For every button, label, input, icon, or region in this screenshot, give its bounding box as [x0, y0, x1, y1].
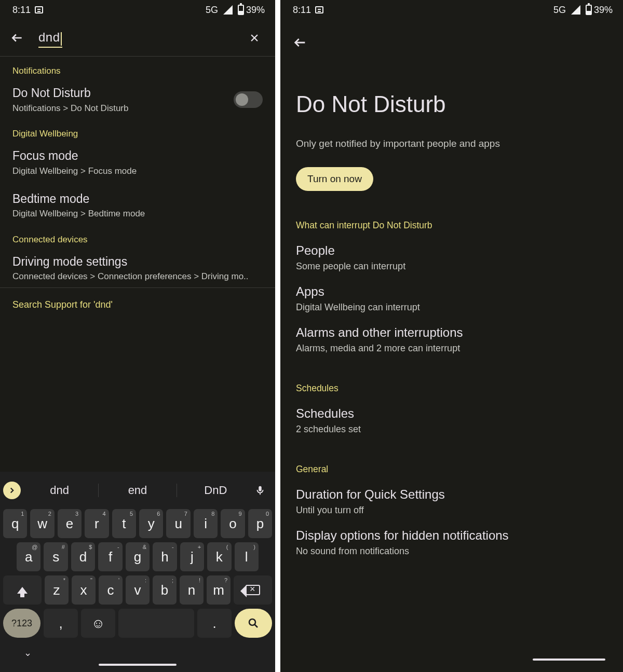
status-bar: 8:11 5G 39% — [280, 0, 623, 20]
key-h[interactable]: h- — [153, 542, 177, 571]
suggestion-3[interactable]: DnD — [177, 484, 254, 497]
key-c[interactable]: c' — [99, 575, 123, 605]
key-r[interactable]: r4 — [85, 509, 109, 538]
status-bar: 8:11 5G 39% — [0, 0, 275, 20]
message-icon — [35, 6, 43, 13]
status-time: 8:11 — [293, 5, 311, 16]
back-button[interactable] — [280, 20, 623, 55]
result-do-not-disturb[interactable]: Do Not Disturb Notifications > Do Not Di… — [0, 76, 275, 119]
key-a[interactable]: a@ — [17, 542, 40, 571]
result-bedtime-mode[interactable]: Bedtime mode Digital Wellbeing > Bedtime… — [0, 182, 275, 225]
item-apps[interactable]: Apps Digital Wellbeing can interrupt — [280, 272, 623, 313]
search-value: dnd — [38, 30, 60, 44]
item-sub: Alarms, media and 2 more can interrupt — [296, 343, 607, 354]
item-alarms[interactable]: Alarms and other interruptions Alarms, m… — [280, 313, 623, 354]
item-title: Apps — [296, 284, 607, 299]
space-key[interactable] — [118, 609, 194, 638]
key-z[interactable]: z* — [45, 575, 69, 605]
dnd-content: Do Not Disturb Only get notified by impo… — [280, 55, 623, 672]
search-settings-screen: 8:11 5G 39% dnd × Notifications Do Not D… — [0, 0, 275, 672]
suggestion-1[interactable]: dnd — [21, 484, 98, 497]
clear-search-button[interactable]: × — [244, 29, 265, 47]
shift-key[interactable] — [3, 575, 42, 605]
result-path: Digital Wellbeing > Focus mode — [12, 166, 263, 177]
key-o[interactable]: o9 — [221, 509, 245, 538]
key-y[interactable]: y6 — [139, 509, 163, 538]
item-sub: Until you turn off — [296, 505, 607, 516]
home-indicator[interactable] — [99, 664, 177, 666]
key-g[interactable]: g& — [126, 542, 150, 571]
item-hidden-notifications[interactable]: Display options for hidden notifications… — [280, 516, 623, 572]
item-title: People — [296, 243, 607, 258]
section-general: General — [280, 435, 623, 475]
key-n[interactable]: n! — [180, 575, 204, 605]
keyboard-row-2: a@s#d$f-g&h-j+k(l) — [0, 538, 275, 571]
search-results: Notifications Do Not Disturb Notificatio… — [0, 57, 275, 472]
collapse-keyboard-icon[interactable]: ⌄ — [24, 647, 32, 659]
key-l[interactable]: l) — [235, 542, 259, 571]
period-key[interactable]: . — [197, 609, 232, 638]
keyboard-row-1: q1w2e3r4t5y6u7i8o9p0 — [0, 505, 275, 538]
key-d[interactable]: d$ — [71, 542, 95, 571]
item-schedules[interactable]: Schedules 2 schedules set — [280, 394, 623, 435]
key-i[interactable]: i8 — [194, 509, 218, 538]
result-title: Focus mode — [12, 148, 263, 163]
key-p[interactable]: p0 — [248, 509, 272, 538]
key-f[interactable]: f- — [98, 542, 122, 571]
key-e[interactable]: e3 — [58, 509, 82, 538]
battery-icon — [586, 5, 592, 15]
key-k[interactable]: k( — [207, 542, 231, 571]
key-q[interactable]: q1 — [3, 509, 27, 538]
section-digital-wellbeing: Digital Wellbeing — [0, 119, 275, 139]
dnd-settings-screen: 8:11 5G 39% Do Not Disturb Only get noti… — [280, 0, 623, 672]
key-j[interactable]: j+ — [180, 542, 204, 571]
message-icon — [315, 6, 323, 13]
item-title: Duration for Quick Settings — [296, 487, 607, 502]
key-s[interactable]: s# — [44, 542, 67, 571]
key-w[interactable]: w2 — [30, 509, 54, 538]
key-m[interactable]: m? — [207, 575, 231, 605]
page-subtitle: Only get notified by important people an… — [280, 117, 623, 149]
suggestion-2[interactable]: end — [98, 484, 176, 497]
symbols-key[interactable]: ?123 — [3, 609, 40, 638]
key-x[interactable]: x" — [72, 575, 96, 605]
result-path: Notifications > Do Not Disturb — [12, 103, 128, 114]
key-b[interactable]: b; — [153, 575, 177, 605]
on-screen-keyboard: dnd end DnD q1w2e3r4t5y6u7i8o9p0 a@s#d$f… — [0, 472, 275, 672]
status-time: 8:11 — [12, 5, 31, 16]
home-indicator[interactable] — [533, 659, 605, 661]
nav-bar: ⌄ — [0, 642, 275, 672]
battery-level: 39% — [594, 5, 613, 16]
comma-key[interactable]: , — [44, 609, 78, 638]
svg-point-0 — [249, 619, 255, 625]
network-label: 5G — [553, 5, 566, 16]
result-focus-mode[interactable]: Focus mode Digital Wellbeing > Focus mod… — [0, 139, 275, 182]
result-title: Driving mode settings — [12, 254, 263, 269]
mic-icon[interactable] — [254, 485, 272, 496]
result-title: Bedtime mode — [12, 191, 263, 207]
keyboard-row-3: z*x"c'v:b;n!m? — [0, 571, 275, 605]
item-people[interactable]: People Some people can interrupt — [280, 231, 623, 272]
section-connected-devices: Connected devices — [0, 225, 275, 245]
item-duration[interactable]: Duration for Quick Settings Until you tu… — [280, 475, 623, 516]
expand-chip[interactable] — [3, 482, 21, 499]
battery-icon — [238, 5, 244, 15]
item-title: Alarms and other interruptions — [296, 325, 607, 340]
turn-on-button[interactable]: Turn on now — [296, 167, 373, 191]
search-underline — [38, 47, 62, 48]
signal-icon — [223, 5, 233, 15]
key-u[interactable]: u7 — [166, 509, 190, 538]
backspace-key[interactable] — [234, 575, 272, 605]
result-path: Connected devices > Connection preferenc… — [12, 271, 263, 282]
result-driving-mode[interactable]: Driving mode settings Connected devices … — [0, 245, 275, 288]
emoji-key[interactable]: ☺ — [81, 609, 115, 638]
dnd-toggle[interactable] — [234, 91, 263, 108]
section-interrupt: What can interrupt Do Not Disturb — [280, 191, 623, 231]
back-arrow-icon[interactable] — [10, 31, 24, 45]
search-input[interactable]: dnd — [38, 30, 244, 46]
suggestion-bar: dnd end DnD — [0, 476, 275, 505]
search-key[interactable] — [235, 609, 272, 638]
key-t[interactable]: t5 — [112, 509, 136, 538]
key-v[interactable]: v: — [126, 575, 150, 605]
search-support-link[interactable]: Search Support for 'dnd' — [0, 287, 275, 322]
